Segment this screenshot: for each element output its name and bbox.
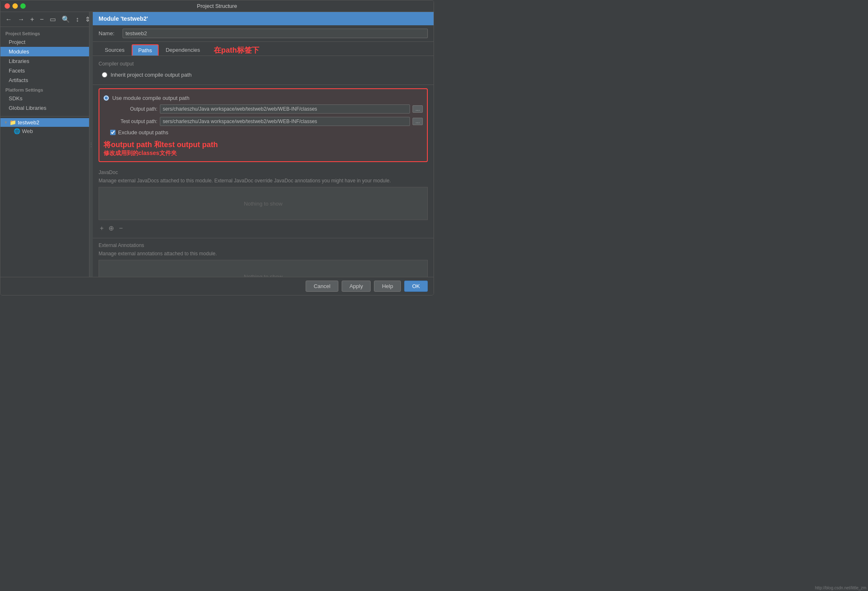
platform-settings-header: Platform Settings <box>0 85 89 94</box>
close-button[interactable] <box>5 3 10 9</box>
maximize-button[interactable] <box>20 3 26 9</box>
web-icon: 🌐 <box>14 128 20 134</box>
sidebar-nav: Project Settings Project Modules Librari… <box>0 27 89 277</box>
test-output-path-browse-button[interactable]: … <box>412 118 423 125</box>
sidebar-item-sdks[interactable]: SDKs <box>0 94 89 103</box>
help-button[interactable]: Help <box>374 281 401 292</box>
folder-icon: 📁 <box>10 119 16 126</box>
use-module-radio[interactable] <box>104 95 109 101</box>
javadoc-remove-button[interactable]: − <box>118 224 124 233</box>
inherit-radio-label: Inherit project compile output path <box>111 72 192 78</box>
main-window: Project Structure ← → + − ▭ 🔍 ↕ ⇕ Projec… <box>0 0 434 296</box>
javadoc-section: JavaDoc Manage external JavaDocs attache… <box>93 165 434 238</box>
back-button[interactable]: ← <box>4 15 14 24</box>
tree-item-web[interactable]: 🌐 Web <box>0 127 89 136</box>
forward-button[interactable]: → <box>16 15 26 24</box>
javadoc-toolbar: + ⊕ − <box>99 223 428 234</box>
copy-button[interactable]: ▭ <box>48 15 58 24</box>
exclude-checkbox[interactable] <box>110 130 116 135</box>
inherit-radio[interactable] <box>102 72 107 78</box>
compiler-output-section: Compiler output Inherit project compile … <box>93 56 434 85</box>
sidebar-item-artifacts[interactable]: Artifacts <box>0 75 89 85</box>
main-content: ← → + − ▭ 🔍 ↕ ⇕ Project Settings Project… <box>0 12 434 277</box>
javadoc-description: Manage external JavaDocs attached to thi… <box>99 177 428 184</box>
test-output-path-input[interactable] <box>160 117 410 126</box>
external-annotations-description: Manage external annotations attached to … <box>99 250 428 257</box>
external-annotations-title: External Annotations <box>99 242 428 248</box>
tree-arrow: ▼ <box>4 120 8 125</box>
name-label: Name: <box>99 30 119 36</box>
sidebar-item-global-libraries[interactable]: Global Libraries <box>0 103 89 113</box>
tab-paths[interactable]: Paths <box>132 44 159 56</box>
external-annotations-section: External Annotations Manage external ann… <box>93 238 434 277</box>
find-button[interactable]: 🔍 <box>60 15 72 24</box>
tab-sources[interactable]: Sources <box>99 44 131 56</box>
module-tree: ▼ 📁 testweb2 🌐 Web <box>0 116 89 136</box>
exclude-checkbox-row: Exclude output paths <box>104 128 423 137</box>
annotation-path-tab: 在path标签下 <box>214 45 259 55</box>
use-module-radio-label: Use module compile output path <box>112 95 189 101</box>
inherit-radio-row: Inherit project compile output path <box>102 70 428 80</box>
minimize-button[interactable] <box>12 3 18 9</box>
test-output-path-label: Test output path: <box>104 119 157 124</box>
apply-button[interactable]: Apply <box>342 281 371 292</box>
test-output-path-row: Test output path: … <box>104 115 423 128</box>
resize-handle[interactable] <box>89 12 93 277</box>
right-panel: Module 'testweb2' Name: Sources Paths <box>93 12 434 277</box>
javadoc-add-button[interactable]: + <box>99 224 105 233</box>
annotation-body2: 修改成用到的classes文件夹 <box>104 150 423 157</box>
window-controls <box>5 3 26 9</box>
name-input[interactable] <box>123 29 428 38</box>
compiler-output-label: Compiler output <box>99 61 428 67</box>
sidebar-item-libraries[interactable]: Libraries <box>0 56 89 66</box>
bottom-bar: Cancel Apply Help OK <box>0 277 434 295</box>
tabs-bar: Sources Paths Dependencies 在path标签下 <box>93 42 434 56</box>
sidebar-toolbar: ← → + − ▭ 🔍 ↕ ⇕ <box>0 12 89 27</box>
window-title: Project Structure <box>197 3 237 9</box>
tree-item-testweb2[interactable]: ▼ 📁 testweb2 <box>0 118 89 127</box>
add-button[interactable]: + <box>29 15 36 24</box>
exclude-label: Exclude output paths <box>118 129 168 136</box>
sidebar-item-facets[interactable]: Facets <box>0 66 89 75</box>
output-path-label: Output path: <box>104 106 157 112</box>
annotation-area: 将output path 和test output path 修改成用到的cla… <box>104 140 423 157</box>
titlebar: Project Structure <box>0 0 434 12</box>
javadoc-add-url-button[interactable]: ⊕ <box>107 224 115 233</box>
annotation-body: 将output path 和test output path <box>104 140 423 150</box>
use-module-radio-row: Use module compile output path <box>104 93 423 103</box>
ok-button[interactable]: OK <box>404 281 428 292</box>
panel-body: Name: Sources Paths Dependencies 在path <box>93 25 434 277</box>
cancel-button[interactable]: Cancel <box>306 281 338 292</box>
module-output-box: Use module compile output path Output pa… <box>99 88 428 162</box>
sidebar: ← → + − ▭ 🔍 ↕ ⇕ Project Settings Project… <box>0 12 89 277</box>
javadoc-empty-list: Nothing to show <box>99 187 428 220</box>
project-settings-header: Project Settings <box>0 29 89 37</box>
output-path-row: Output path: … <box>104 103 423 115</box>
name-row: Name: <box>93 25 434 42</box>
javadoc-title: JavaDoc <box>99 170 428 175</box>
remove-button[interactable]: − <box>38 15 45 24</box>
output-path-browse-button[interactable]: … <box>412 105 423 113</box>
output-path-input[interactable] <box>160 104 410 114</box>
sidebar-item-modules[interactable]: Modules <box>0 47 89 56</box>
external-annotations-empty-list: Nothing to show <box>99 260 428 277</box>
sidebar-item-project[interactable]: Project <box>0 37 89 47</box>
tab-dependencies[interactable]: Dependencies <box>159 44 206 56</box>
panel-header: Module 'testweb2' <box>93 12 434 25</box>
sort-az-button[interactable]: ↕ <box>74 15 81 24</box>
